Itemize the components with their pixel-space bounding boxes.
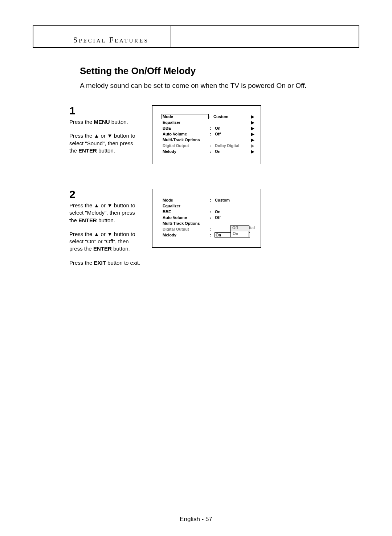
osd1-mode-val: Custom	[213, 114, 250, 119]
section-word1-rest: PECIAL	[79, 38, 106, 44]
page-title: Setting the On/Off Melody	[80, 65, 359, 77]
right-arrow-icon: ▶	[250, 120, 254, 125]
osd2-autovol-label: Auto Volume	[163, 215, 210, 220]
osd-screenshot-1: Mode:Custom▶ Equalizer▶ BBE:On▶ Auto Vol…	[152, 105, 261, 164]
osd2-bbe-label: BBE	[163, 210, 210, 214]
page-intro: A melody sound can be set to come on whe…	[80, 82, 359, 90]
up-arrow-icon: ▲	[94, 202, 99, 208]
page-footer: English - 57	[0, 516, 392, 523]
osd1-multitrack-label: Multi-Track Options	[163, 138, 210, 142]
osd1-digital-label: Digital Output	[163, 143, 210, 148]
down-arrow-icon: ▼	[107, 202, 113, 208]
osd1-mode-label: Mode	[162, 114, 208, 119]
step-1-number: 1	[69, 105, 142, 116]
osd1-bbe-label: BBE	[163, 126, 210, 130]
osd1-melody-label: Melody	[163, 149, 210, 154]
step-2-number: 2	[69, 189, 142, 200]
osd2-mode-label: Mode	[163, 198, 210, 202]
step-2-p3: Press the EXIT button to exit.	[69, 259, 142, 267]
step-2-p2: Press the ▲ or ▼ button to select "On" o…	[69, 231, 142, 253]
down-arrow-icon: ▼	[107, 133, 113, 139]
right-arrow-icon: ▶	[250, 138, 254, 142]
right-arrow-icon: ▶	[250, 143, 254, 148]
step-2-p1: Press the ▲ or ▼ button to select "Melod…	[69, 202, 142, 224]
right-arrow-icon: ▶	[250, 126, 254, 131]
right-arrow-icon: ▶	[250, 114, 254, 119]
osd2-multitrack-label: Multi-Track Options	[163, 221, 210, 226]
osd-screenshot-2: Mode:Custom Equalizer BBE:On Auto Volume…	[152, 189, 261, 248]
osd1-equalizer-label: Equalizer	[163, 120, 210, 125]
section-header-title: SPECIAL FEATURES	[33, 26, 171, 47]
section-word2-cap: F	[109, 36, 115, 44]
osd2-melody-label: Melody	[163, 233, 210, 237]
up-arrow-icon: ▲	[94, 133, 99, 139]
right-arrow-icon: ▶	[250, 132, 254, 137]
osd1-autovol-label: Auto Volume	[163, 132, 210, 136]
step-1-p2: Press the ▲ or ▼ button to select "Sound…	[69, 132, 142, 154]
osd2-popup: ital Off On	[231, 226, 249, 237]
step-1: 1 Press the MENU button. Press the ▲ or …	[69, 101, 359, 178]
up-arrow-icon: ▲	[94, 231, 99, 237]
osd2-equalizer-label: Equalizer	[163, 204, 210, 208]
osd2-popup-off: Off	[231, 226, 249, 231]
right-arrow-icon: ▶	[250, 149, 254, 154]
section-word2-rest: EATURES	[115, 38, 149, 44]
down-arrow-icon: ▼	[107, 231, 113, 237]
section-header: SPECIAL FEATURES	[33, 25, 359, 48]
section-word1-cap: S	[73, 36, 79, 44]
osd2-popup-on: On	[231, 231, 249, 237]
osd2-popup-tail: ital	[249, 226, 255, 230]
step-2: 2 Press the ▲ or ▼ button to select "Mel…	[69, 184, 359, 287]
step-1-p1: Press the MENU button.	[69, 118, 142, 126]
osd2-digital-label: Digital Output	[163, 227, 210, 231]
